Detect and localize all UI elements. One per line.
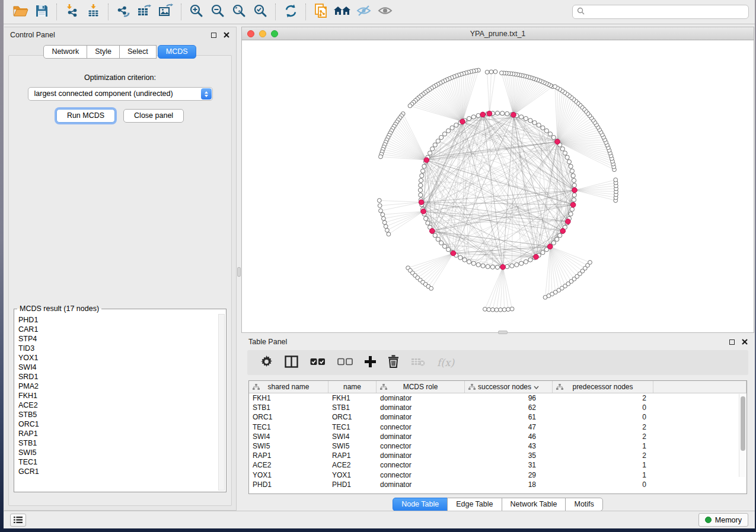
column-header-predecessor-nodes[interactable]: predecessor nodes bbox=[553, 381, 653, 393]
save-session-button[interactable] bbox=[31, 2, 52, 21]
table-row[interactable]: FKH1FKH1dominator962 bbox=[249, 393, 747, 403]
table-panel-tabs: Node TableEdge TableNetwork TableMotifs bbox=[241, 498, 754, 511]
memory-button[interactable]: Memory bbox=[698, 513, 748, 527]
task-history-button[interactable] bbox=[10, 514, 26, 527]
mcds-result-item[interactable]: ORC1 bbox=[18, 419, 218, 429]
mcds-result-item[interactable]: PMA2 bbox=[18, 382, 218, 391]
float-table-panel-icon[interactable] bbox=[727, 338, 736, 346]
mcds-result-item[interactable]: YOX1 bbox=[18, 353, 218, 363]
status-bar: Memory bbox=[4, 511, 755, 528]
mcds-result-item[interactable]: STB5 bbox=[18, 410, 218, 419]
table-row[interactable]: PHD1PHD1dominator180 bbox=[249, 480, 747, 489]
mcds-list-scrollbar[interactable] bbox=[218, 314, 225, 491]
float-panel-icon[interactable] bbox=[209, 31, 218, 39]
zoom-fit-button[interactable] bbox=[228, 2, 250, 21]
table-row[interactable]: ORC1ORC1dominator610 bbox=[249, 412, 747, 422]
table-row[interactable]: STB1STB1dominator620 bbox=[249, 403, 747, 412]
mcds-result-item[interactable]: PHD1 bbox=[18, 315, 218, 325]
deselect-all-rows-button[interactable] bbox=[337, 354, 353, 371]
table-row[interactable]: RAP1RAP1dominator352 bbox=[249, 451, 747, 460]
import-table-button[interactable] bbox=[82, 2, 104, 21]
splitter-grip[interactable] bbox=[237, 267, 241, 277]
table-row[interactable]: YOX1YOX1connector291 bbox=[249, 470, 747, 480]
delete-column-button[interactable] bbox=[388, 354, 399, 371]
mcds-result-item[interactable]: TID3 bbox=[18, 344, 218, 353]
table-cell: 47 bbox=[465, 423, 553, 431]
close-window-icon[interactable] bbox=[247, 30, 254, 37]
table-scrollbar-thumb[interactable] bbox=[741, 396, 745, 451]
hide-selected-button[interactable] bbox=[353, 2, 374, 21]
memory-status-icon bbox=[705, 517, 712, 523]
mcds-result-item[interactable]: TEC1 bbox=[18, 457, 218, 467]
table-cell: 0 bbox=[553, 403, 653, 412]
tab-mcds[interactable]: MCDS bbox=[158, 45, 196, 59]
open-file-button[interactable] bbox=[9, 2, 31, 21]
minimize-window-icon[interactable] bbox=[259, 30, 266, 37]
mcds-result-item[interactable]: SRD1 bbox=[18, 372, 218, 382]
tab-select[interactable]: Select bbox=[119, 45, 157, 59]
run-mcds-button[interactable]: Run MCDS bbox=[56, 109, 115, 123]
tab-style[interactable]: Style bbox=[87, 45, 120, 59]
refresh-layout-button[interactable] bbox=[280, 2, 301, 21]
tab-motifs[interactable]: Motifs bbox=[565, 498, 602, 511]
vertical-splitter[interactable] bbox=[237, 27, 241, 511]
table-cell: SWI4 bbox=[249, 432, 328, 441]
tab-network[interactable]: Network bbox=[43, 45, 87, 59]
first-neighbors-button[interactable] bbox=[331, 2, 353, 21]
column-header-shared-name[interactable]: shared name bbox=[249, 381, 328, 393]
mcds-result-item[interactable]: FKH1 bbox=[18, 391, 218, 400]
mcds-result-item[interactable]: SWI4 bbox=[18, 363, 218, 372]
mcds-result-list[interactable]: PHD1CAR1STP4TID3YOX1SWI4SRD1PMA2FKH1ACE2… bbox=[14, 314, 218, 492]
tab-network-table[interactable]: Network Table bbox=[502, 498, 566, 511]
toolbar-separator bbox=[56, 4, 57, 20]
zoom-out-button[interactable] bbox=[207, 2, 228, 21]
table-row[interactable]: ACE2ACE2connector311 bbox=[249, 460, 747, 470]
zoom-selected-button[interactable] bbox=[250, 2, 271, 21]
export-table-button[interactable] bbox=[134, 2, 155, 21]
mcds-result-item[interactable]: STP4 bbox=[18, 334, 218, 344]
export-image-button[interactable] bbox=[155, 2, 177, 21]
export-network-button[interactable] bbox=[113, 2, 134, 21]
mcds-result-item[interactable]: RAP1 bbox=[18, 429, 218, 438]
optimization-criterion-dropdown[interactable]: largest connected component (undirected) bbox=[28, 87, 213, 101]
import-network-button[interactable] bbox=[61, 2, 82, 21]
mcds-hub-node bbox=[547, 244, 553, 249]
table-settings-button[interactable] bbox=[260, 354, 273, 371]
column-header-MCDS-role[interactable]: MCDS role bbox=[377, 381, 465, 393]
search-input[interactable] bbox=[588, 8, 744, 16]
table-cell: 1 bbox=[553, 461, 653, 469]
mcds-result-item[interactable]: ACE2 bbox=[18, 400, 218, 410]
add-column-button[interactable] bbox=[365, 354, 376, 371]
mcds-hub-node bbox=[500, 264, 506, 270]
table-row[interactable]: SWI4SWI4dominator462 bbox=[249, 432, 747, 441]
close-table-panel-icon[interactable] bbox=[740, 338, 749, 346]
table-cell: ORC1 bbox=[249, 413, 328, 421]
select-all-rows-button[interactable] bbox=[310, 354, 326, 371]
search-box[interactable] bbox=[572, 5, 749, 19]
horizontal-splitter-grip[interactable] bbox=[498, 331, 508, 334]
table-scrollbar[interactable] bbox=[739, 394, 746, 477]
network-window-titlebar[interactable]: YPA_prune.txt_1 bbox=[242, 27, 754, 40]
mcds-result-item[interactable]: STB1 bbox=[18, 438, 218, 448]
clone-network-button[interactable] bbox=[310, 2, 331, 21]
network-canvas-container bbox=[242, 40, 754, 332]
tab-node-table[interactable]: Node Table bbox=[393, 498, 448, 511]
close-panel-icon[interactable] bbox=[222, 31, 231, 39]
maximize-window-icon[interactable] bbox=[271, 30, 278, 37]
column-header-name[interactable]: name bbox=[328, 381, 377, 393]
show-all-button[interactable] bbox=[374, 2, 395, 21]
zoom-in-button[interactable] bbox=[186, 2, 207, 21]
mcds-result-item[interactable]: SWI5 bbox=[18, 448, 218, 457]
mcds-result-item[interactable]: GCR1 bbox=[18, 467, 218, 476]
mcds-result-item[interactable]: CAR1 bbox=[18, 325, 218, 334]
table-cell: STB1 bbox=[249, 403, 328, 412]
column-header-successor-nodes[interactable]: successor nodes bbox=[465, 381, 553, 393]
table-row[interactable]: SWI5SWI5connector431 bbox=[249, 441, 747, 451]
close-panel-button[interactable]: Close panel bbox=[123, 109, 184, 123]
tab-edge-table[interactable]: Edge Table bbox=[447, 498, 502, 511]
show-eye-icon bbox=[377, 5, 393, 18]
table-row[interactable]: TEC1TEC1connector472 bbox=[249, 422, 747, 432]
column-layout-button[interactable] bbox=[285, 354, 298, 371]
mcds-hub-node bbox=[421, 209, 426, 214]
network-canvas[interactable] bbox=[242, 40, 755, 333]
